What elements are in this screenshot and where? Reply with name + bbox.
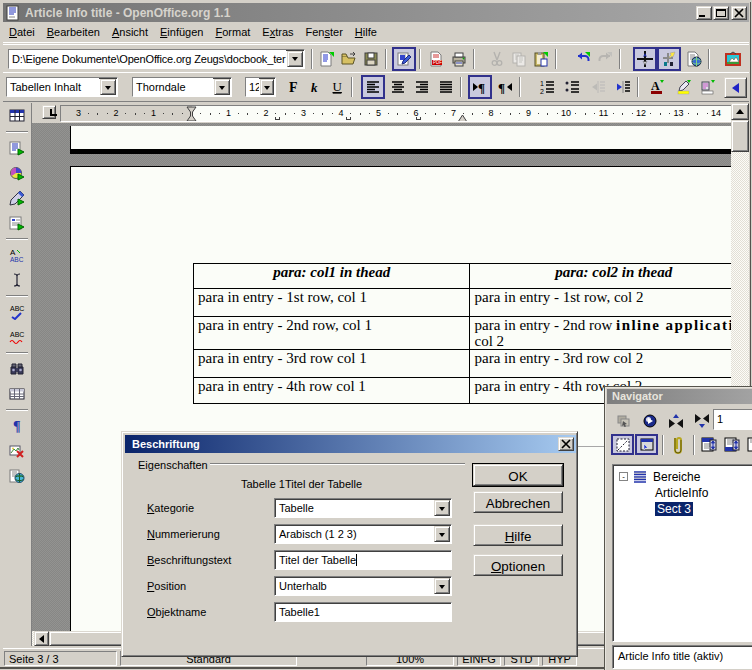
paste-button[interactable]	[530, 48, 552, 70]
scroll-left-button[interactable]	[34, 631, 49, 646]
status-page[interactable]: Seite 3 / 3	[4, 651, 117, 666]
scroll-up-button[interactable]	[731, 103, 749, 120]
insert-object-button[interactable]	[5, 161, 29, 185]
highlighting-button[interactable]	[673, 76, 695, 98]
font-dropdown-button[interactable]	[214, 79, 230, 95]
tree-item-sect-3[interactable]: Sect 3	[619, 501, 693, 516]
dialog-title-bar[interactable]: Beschriftung	[125, 435, 576, 453]
nonprinting-characters-button[interactable]: ¶	[5, 414, 29, 438]
abbrechen-button[interactable]: Abbrechen	[473, 491, 563, 513]
menu-format[interactable]: Format	[209, 23, 256, 41]
url-combobox[interactable]: D:\Eigene Dokumente\OpenOffice.org Zeugs…	[8, 49, 305, 69]
tree-expander-minus[interactable]: -	[619, 472, 628, 481]
font-color-button[interactable]: A	[646, 76, 668, 98]
save-document-button[interactable]	[360, 48, 382, 70]
header-button[interactable]	[698, 434, 720, 455]
undo-button[interactable]	[572, 48, 594, 70]
export-pdf-button[interactable]: PDF	[426, 48, 448, 70]
tab-key-selector[interactable]	[42, 105, 56, 119]
page-number-value[interactable]: 1	[714, 410, 752, 429]
right-indent-marker[interactable]	[457, 114, 468, 122]
switch-content-view-button[interactable]	[635, 434, 658, 455]
align-right-button[interactable]	[411, 76, 433, 98]
url-value[interactable]: D:\Eigene Dokumente\OpenOffice.org Zeugs…	[9, 50, 286, 68]
hyphenation-off-button[interactable]: ¶	[494, 76, 516, 98]
font-size-combobox[interactable]: 12	[245, 77, 276, 97]
footer-button[interactable]	[721, 434, 743, 455]
copy-button[interactable]	[508, 48, 530, 70]
stylist-toggle-button[interactable]	[657, 47, 681, 71]
underline-button[interactable]: U	[326, 76, 348, 98]
open-documents-list[interactable]: Article Info title (aktiv)	[612, 645, 752, 669]
gallery-button[interactable]	[722, 48, 744, 70]
menu-hilfe[interactable]: Hilfe	[349, 23, 383, 41]
toggle-button[interactable]	[613, 410, 635, 431]
auto-spellcheck-button[interactable]: ABC	[5, 325, 29, 349]
indent-marker[interactable]	[186, 106, 197, 122]
font-name-combobox[interactable]: Thorndale	[132, 77, 232, 97]
font-name-value[interactable]: Thorndale	[133, 78, 213, 96]
document-table[interactable]: para: col1 in theadpara: col2 in theadpa…	[193, 263, 731, 404]
edit-autotext-button[interactable]: AABC	[5, 243, 29, 267]
objektname-input[interactable]: Tabelle1	[274, 602, 452, 622]
insert-table-button[interactable]	[5, 104, 29, 128]
vertical-scroll-thumb[interactable]	[731, 120, 749, 152]
menu-datei[interactable]: Datei	[3, 23, 41, 41]
align-center-button[interactable]	[387, 76, 409, 98]
decrease-indent-button[interactable]	[587, 76, 609, 98]
navigator-title-bar[interactable]: Navigator	[607, 389, 752, 404]
tree-item-articleinfo[interactable]: ArticleInfo	[619, 485, 708, 500]
navigation-button[interactable]	[639, 410, 661, 431]
new-document-button[interactable]	[316, 48, 338, 70]
bullets-on-off-button[interactable]	[561, 76, 583, 98]
bold-button[interactable]: F	[282, 76, 304, 98]
dialog-close-button[interactable]	[558, 437, 574, 451]
title-bar[interactable]: Article Info title - OpenOffice.org 1.1	[3, 3, 749, 22]
drag-mode-button[interactable]	[611, 434, 634, 455]
nummerierung-dropdown-button[interactable]	[434, 526, 450, 542]
page-number-spinner[interactable]: 1	[713, 409, 752, 430]
optionen-button[interactable]: Optionen	[473, 554, 563, 576]
horizontal-ruler[interactable]: 3211234567891011121314	[60, 105, 733, 122]
url-dropdown-button[interactable]	[287, 51, 303, 67]
ok-button[interactable]: OK	[473, 464, 563, 486]
next-button[interactable]	[691, 410, 713, 431]
hyphenation-on-button[interactable]: ¶	[468, 75, 492, 99]
paragraph-style-combobox[interactable]: Tabellen Inhalt	[6, 77, 118, 97]
numbering-on-off-button[interactable]: 12	[536, 76, 558, 98]
menu-bearbeiten[interactable]: Bearbeiten	[41, 23, 106, 41]
position-dropdown-button[interactable]	[434, 578, 450, 594]
form-functions-button[interactable]	[5, 211, 29, 235]
previous-button[interactable]	[665, 410, 687, 431]
paragraph-style-value[interactable]: Tabellen Inhalt	[7, 78, 99, 96]
data-sources-button[interactable]	[5, 382, 29, 406]
insert-button[interactable]	[5, 136, 29, 160]
tree-item-bereiche[interactable]: -Bereiche	[619, 469, 700, 484]
kategorie-dropdown-button[interactable]	[434, 500, 450, 516]
italic-button[interactable]: k	[304, 76, 326, 98]
close-button[interactable]	[731, 6, 747, 20]
minimize-button[interactable]	[696, 6, 712, 20]
print-file-button[interactable]	[448, 48, 470, 70]
toolbar-scroll-left-button[interactable]	[724, 77, 747, 98]
graphics-on-off-button[interactable]	[5, 439, 29, 463]
menu-fenster[interactable]: Fenster	[300, 23, 349, 41]
position-combobox[interactable]: Unterhalb	[274, 576, 452, 596]
set-reminder-button[interactable]	[667, 434, 689, 455]
size-dropdown-button[interactable]	[260, 79, 274, 95]
menu-extras[interactable]: Extras	[256, 23, 299, 41]
menu-ansicht[interactable]: Ansicht	[106, 23, 154, 41]
paragraph-background-button[interactable]	[697, 76, 719, 98]
edit-file-button[interactable]	[392, 47, 416, 71]
beschriftungstext-input[interactable]: Titel der Tabelle	[274, 550, 452, 570]
direct-cursor-on-off-button[interactable]	[5, 268, 29, 292]
maximize-button[interactable]	[713, 6, 729, 20]
font-size-value[interactable]: 12	[246, 78, 259, 96]
anchor-text-button[interactable]	[744, 434, 752, 455]
spellcheck-button[interactable]: ABC	[5, 300, 29, 324]
navigator-toggle-button[interactable]	[633, 47, 657, 71]
kategorie-combobox[interactable]: Tabelle	[274, 498, 452, 518]
document-as-email-button[interactable]	[683, 48, 705, 70]
hilfe-button[interactable]: Hilfe	[473, 524, 563, 546]
cut-button[interactable]	[486, 48, 508, 70]
